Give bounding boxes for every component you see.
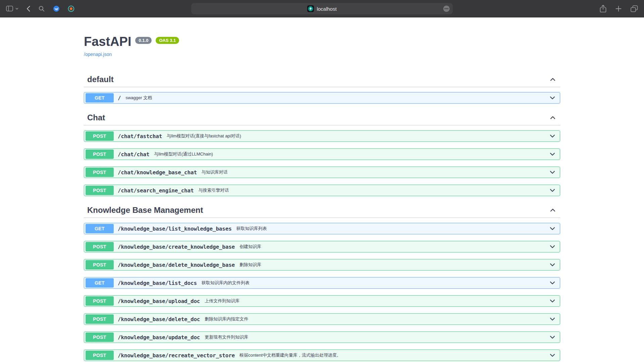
method-badge: POST <box>86 314 114 324</box>
endpoint-row[interactable]: POST/chat/fastchat与llm模型对话(直接与fastchat a… <box>84 130 560 142</box>
endpoint-path: /chat/chat <box>118 151 149 158</box>
endpoint-description: 删除知识库 <box>239 262 261 268</box>
method-badge: POST <box>86 333 114 342</box>
chevron-up-icon[interactable] <box>550 78 555 81</box>
method-badge: POST <box>86 168 114 177</box>
endpoint-row[interactable]: POST/chat/search_engine_chat与搜索引擎对话 <box>84 185 560 196</box>
chevron-up-icon[interactable] <box>550 116 555 119</box>
new-tab-button[interactable] <box>615 5 622 12</box>
endpoint-row[interactable]: POST/knowledge_base/delete_doc删除知识库内指定文件 <box>84 313 560 325</box>
swagger-wrapper: FastAPI 0.1.0 OAS 3.1 /openapi.json defa… <box>77 17 567 361</box>
api-section-chat: ChatPOST/chat/fastchat与llm模型对话(直接与fastch… <box>84 110 560 196</box>
page-menu-icon <box>443 5 450 12</box>
endpoint-row[interactable]: GET/swagger 文档 <box>84 92 560 104</box>
sidebar-icon <box>6 6 13 11</box>
page-title: FastAPI <box>84 34 131 49</box>
endpoint-path: /knowledge_base/list_knowledge_bases <box>118 226 232 232</box>
endpoint-description: 获取知识库内的文件列表 <box>202 280 250 286</box>
endpoint-row[interactable]: GET/knowledge_base/list_docs获取知识库内的文件列表 <box>84 277 560 289</box>
chevron-down-icon[interactable] <box>550 245 555 248</box>
extension-blue-button[interactable] <box>53 5 60 12</box>
endpoint-path: /knowledge_base/recreate_vector_store <box>118 352 235 359</box>
chevron-down-icon[interactable] <box>550 189 555 192</box>
endpoint-row[interactable]: POST/knowledge_base/upload_doc上传文件到知识库 <box>84 295 560 307</box>
section-title: Chat <box>87 113 105 122</box>
search-icon <box>38 5 45 12</box>
extension-blue-icon <box>53 5 60 12</box>
page-menu-button[interactable] <box>443 5 450 12</box>
chevron-down-icon <box>15 8 18 10</box>
endpoint-path: /knowledge_base/update_doc <box>118 334 200 341</box>
endpoint-description: 与知识库对话 <box>202 169 228 175</box>
swagger-page: FastAPI 0.1.0 OAS 3.1 /openapi.json defa… <box>0 17 644 361</box>
chevron-down-icon[interactable] <box>550 153 555 156</box>
endpoint-row[interactable]: POST/knowledge_base/create_knowledge_bas… <box>84 241 560 252</box>
chevron-up-icon[interactable] <box>550 208 555 212</box>
endpoint-description: 更新现有文件到知识库 <box>205 334 248 340</box>
endpoint-path: /knowledge_base/upload_doc <box>118 298 200 304</box>
endpoint-row[interactable]: POST/knowledge_base/recreate_vector_stor… <box>84 350 560 361</box>
method-badge: POST <box>86 260 114 269</box>
api-section-default: defaultGET/swagger 文档 <box>84 72 560 104</box>
endpoint-row[interactable]: POST/chat/knowledge_base_chat与知识库对话 <box>84 167 560 178</box>
endpoint-description: swagger 文档 <box>125 95 152 101</box>
openapi-link[interactable]: /openapi.json <box>84 52 112 57</box>
endpoint-row[interactable]: GET/knowledge_base/list_knowledge_bases获… <box>84 223 560 234</box>
section-title: Knowledge Base Management <box>87 205 203 215</box>
title-row: FastAPI 0.1.0 OAS 3.1 <box>84 34 560 49</box>
address-bar[interactable]: localhost <box>191 3 453 14</box>
endpoint-path: /chat/knowledge_base_chat <box>118 169 197 176</box>
tab-overview-icon <box>631 5 638 12</box>
share-icon <box>600 5 606 13</box>
back-arrow-icon <box>26 6 30 12</box>
plus-icon <box>615 5 622 12</box>
endpoint-description: 上传文件到知识库 <box>205 298 239 304</box>
sidebar-menu-button[interactable] <box>15 8 18 10</box>
chevron-down-icon[interactable] <box>550 134 555 138</box>
oas-badge: OAS 3.1 <box>156 37 179 44</box>
chevron-down-icon[interactable] <box>550 263 555 266</box>
endpoint-description: 与搜索引擎对话 <box>198 187 229 193</box>
sidebar-toggle-button[interactable] <box>6 6 13 11</box>
chevron-down-icon[interactable] <box>550 281 555 285</box>
method-badge: GET <box>86 224 114 233</box>
chevron-down-icon[interactable] <box>550 299 555 303</box>
method-badge: POST <box>86 351 114 360</box>
back-button[interactable] <box>26 6 30 12</box>
endpoint-path: /knowledge_base/delete_doc <box>118 316 200 322</box>
browser-toolbar: localhost <box>0 0 644 17</box>
endpoint-description: 根据content中文档重建向量库，流式输出处理进度。 <box>239 352 341 358</box>
method-badge: POST <box>86 296 114 306</box>
share-button[interactable] <box>600 5 606 13</box>
section-header-chat[interactable]: Chat <box>84 110 560 125</box>
extension-target-icon <box>68 5 74 12</box>
tab-overview-button[interactable] <box>631 5 638 12</box>
endpoint-row[interactable]: POST/chat/chat与llm模型对话(通过LLMChain) <box>84 148 560 160</box>
endpoint-path: /knowledge_base/delete_knowledge_base <box>118 262 235 268</box>
section-header-default[interactable]: default <box>84 72 560 87</box>
chevron-down-icon[interactable] <box>550 317 555 321</box>
chevron-down-icon[interactable] <box>550 354 555 357</box>
endpoint-description: 获取知识库列表 <box>236 226 267 232</box>
api-section-knowledge-base-management: Knowledge Base ManagementGET/knowledge_b… <box>84 203 560 361</box>
endpoint-row[interactable]: POST/knowledge_base/delete_knowledge_bas… <box>84 259 560 270</box>
endpoint-description: 删除知识库内指定文件 <box>205 316 248 322</box>
sidebar-cluster <box>6 6 18 11</box>
endpoint-description: 创建知识库 <box>239 244 261 250</box>
endpoint-description: 与llm模型对话(通过LLMChain) <box>154 151 213 157</box>
toolbar-right-group <box>600 5 638 13</box>
chevron-down-icon[interactable] <box>550 336 555 339</box>
endpoint-path: / <box>118 95 121 101</box>
section-title: default <box>87 75 114 84</box>
chevron-down-icon[interactable] <box>550 96 555 100</box>
chevron-down-icon[interactable] <box>550 171 555 174</box>
endpoint-row[interactable]: POST/knowledge_base/update_doc更新现有文件到知识库 <box>84 331 560 343</box>
extension-target-button[interactable] <box>68 5 74 12</box>
chevron-down-icon[interactable] <box>550 227 555 230</box>
method-badge: POST <box>86 149 114 159</box>
search-button[interactable] <box>38 5 45 12</box>
endpoint-description: 与llm模型对话(直接与fastchat api对话) <box>167 133 241 139</box>
endpoint-path: /knowledge_base/create_knowledge_base <box>118 244 235 250</box>
method-badge: POST <box>86 242 114 251</box>
section-header-knowledge-base-management[interactable]: Knowledge Base Management <box>84 203 560 218</box>
